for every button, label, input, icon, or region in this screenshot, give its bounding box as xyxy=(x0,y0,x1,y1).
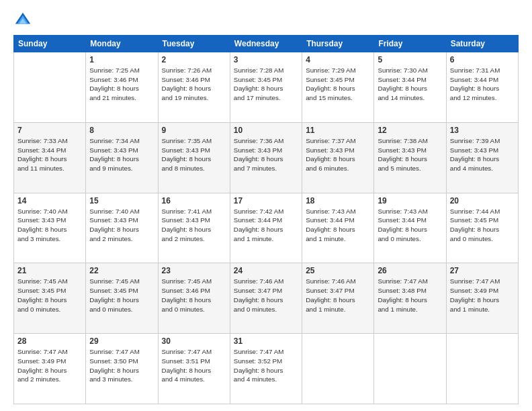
calendar-cell: 11Sunrise: 7:37 AMSunset: 3:43 PMDayligh… xyxy=(302,122,374,193)
day-info: Sunrise: 7:46 AMSunset: 3:47 PMDaylight:… xyxy=(234,277,298,314)
calendar-cell: 18Sunrise: 7:43 AMSunset: 3:44 PMDayligh… xyxy=(302,193,374,263)
calendar-week-4: 21Sunrise: 7:45 AMSunset: 3:45 PMDayligh… xyxy=(14,263,519,334)
day-info: Sunrise: 7:41 AMSunset: 3:43 PMDaylight:… xyxy=(162,207,226,244)
day-number: 11 xyxy=(306,126,370,135)
day-info: Sunrise: 7:38 AMSunset: 3:43 PMDaylight:… xyxy=(378,136,442,173)
day-info: Sunrise: 7:25 AMSunset: 3:46 PMDaylight:… xyxy=(89,66,154,103)
calendar-cell: 12Sunrise: 7:38 AMSunset: 3:43 PMDayligh… xyxy=(374,122,446,193)
day-info: Sunrise: 7:47 AMSunset: 3:49 PMDaylight:… xyxy=(450,277,515,314)
day-info: Sunrise: 7:47 AMSunset: 3:49 PMDaylight:… xyxy=(17,347,82,384)
calendar-week-3: 14Sunrise: 7:40 AMSunset: 3:43 PMDayligh… xyxy=(14,193,519,263)
calendar-cell: 16Sunrise: 7:41 AMSunset: 3:43 PMDayligh… xyxy=(158,193,230,263)
day-number: 20 xyxy=(450,196,515,205)
calendar-cell: 26Sunrise: 7:47 AMSunset: 3:48 PMDayligh… xyxy=(374,263,446,334)
calendar-cell: 29Sunrise: 7:47 AMSunset: 3:50 PMDayligh… xyxy=(86,334,158,404)
calendar-cell: 4Sunrise: 7:29 AMSunset: 3:45 PMDaylight… xyxy=(302,52,374,123)
calendar-cell xyxy=(14,52,86,123)
day-info: Sunrise: 7:45 AMSunset: 3:46 PMDaylight:… xyxy=(162,277,226,314)
calendar-cell xyxy=(302,334,374,404)
calendar-cell: 3Sunrise: 7:28 AMSunset: 3:45 PMDaylight… xyxy=(230,52,302,123)
calendar-cell: 27Sunrise: 7:47 AMSunset: 3:49 PMDayligh… xyxy=(446,263,518,334)
day-number: 16 xyxy=(162,196,226,205)
calendar-cell: 31Sunrise: 7:47 AMSunset: 3:52 PMDayligh… xyxy=(230,334,302,404)
day-number: 7 xyxy=(17,126,82,135)
day-header-tuesday: Tuesday xyxy=(158,36,230,52)
day-number: 27 xyxy=(450,266,515,275)
calendar-cell: 20Sunrise: 7:44 AMSunset: 3:45 PMDayligh… xyxy=(446,193,518,263)
calendar-cell: 5Sunrise: 7:30 AMSunset: 3:44 PMDaylight… xyxy=(374,52,446,123)
calendar-cell: 25Sunrise: 7:46 AMSunset: 3:47 PMDayligh… xyxy=(302,263,374,334)
day-header-monday: Monday xyxy=(86,36,158,52)
day-number: 29 xyxy=(89,336,154,346)
day-number: 4 xyxy=(306,55,370,64)
calendar-cell: 19Sunrise: 7:43 AMSunset: 3:44 PMDayligh… xyxy=(374,193,446,263)
calendar-cell: 10Sunrise: 7:36 AMSunset: 3:43 PMDayligh… xyxy=(230,122,302,193)
day-number: 18 xyxy=(306,196,370,205)
day-number: 14 xyxy=(17,196,82,205)
calendar-cell: 21Sunrise: 7:45 AMSunset: 3:45 PMDayligh… xyxy=(14,263,86,334)
day-info: Sunrise: 7:31 AMSunset: 3:44 PMDaylight:… xyxy=(450,66,515,103)
day-number: 28 xyxy=(17,336,82,346)
calendar-header-row: SundayMondayTuesdayWednesdayThursdayFrid… xyxy=(14,36,519,52)
day-info: Sunrise: 7:39 AMSunset: 3:43 PMDaylight:… xyxy=(450,136,515,173)
day-info: Sunrise: 7:45 AMSunset: 3:45 PMDaylight:… xyxy=(17,277,82,314)
day-info: Sunrise: 7:44 AMSunset: 3:45 PMDaylight:… xyxy=(450,207,515,244)
day-info: Sunrise: 7:28 AMSunset: 3:45 PMDaylight:… xyxy=(234,66,298,103)
day-info: Sunrise: 7:43 AMSunset: 3:44 PMDaylight:… xyxy=(306,207,370,244)
day-header-thursday: Thursday xyxy=(302,36,374,52)
day-number: 23 xyxy=(162,266,226,275)
day-number: 1 xyxy=(89,55,154,64)
calendar-week-2: 7Sunrise: 7:33 AMSunset: 3:44 PMDaylight… xyxy=(14,122,519,193)
day-info: Sunrise: 7:42 AMSunset: 3:44 PMDaylight:… xyxy=(234,207,298,244)
calendar-cell: 28Sunrise: 7:47 AMSunset: 3:49 PMDayligh… xyxy=(14,334,86,404)
day-info: Sunrise: 7:45 AMSunset: 3:45 PMDaylight:… xyxy=(89,277,154,314)
day-number: 31 xyxy=(234,336,298,346)
day-number: 26 xyxy=(378,266,442,275)
day-number: 9 xyxy=(162,126,226,135)
calendar-cell: 8Sunrise: 7:34 AMSunset: 3:43 PMDaylight… xyxy=(86,122,158,193)
day-number: 3 xyxy=(234,55,298,64)
day-number: 2 xyxy=(162,55,226,64)
calendar-week-1: 1Sunrise: 7:25 AMSunset: 3:46 PMDaylight… xyxy=(14,52,519,123)
calendar-cell xyxy=(374,334,446,404)
calendar-cell: 9Sunrise: 7:35 AMSunset: 3:43 PMDaylight… xyxy=(158,122,230,193)
day-info: Sunrise: 7:26 AMSunset: 3:46 PMDaylight:… xyxy=(162,66,226,103)
day-number: 25 xyxy=(306,266,370,275)
day-header-friday: Friday xyxy=(374,36,446,52)
day-number: 17 xyxy=(234,196,298,205)
day-info: Sunrise: 7:43 AMSunset: 3:44 PMDaylight:… xyxy=(378,207,442,244)
calendar-cell: 22Sunrise: 7:45 AMSunset: 3:45 PMDayligh… xyxy=(86,263,158,334)
day-number: 13 xyxy=(450,126,515,135)
logo-icon xyxy=(13,11,32,30)
day-info: Sunrise: 7:29 AMSunset: 3:45 PMDaylight:… xyxy=(306,66,370,103)
calendar-cell: 7Sunrise: 7:33 AMSunset: 3:44 PMDaylight… xyxy=(14,122,86,193)
calendar-cell: 6Sunrise: 7:31 AMSunset: 3:44 PMDaylight… xyxy=(446,52,518,123)
day-number: 21 xyxy=(17,266,82,275)
day-number: 19 xyxy=(378,196,442,205)
calendar-cell: 17Sunrise: 7:42 AMSunset: 3:44 PMDayligh… xyxy=(230,193,302,263)
day-number: 12 xyxy=(378,126,442,135)
day-header-sunday: Sunday xyxy=(14,36,86,52)
calendar-cell: 13Sunrise: 7:39 AMSunset: 3:43 PMDayligh… xyxy=(446,122,518,193)
day-number: 10 xyxy=(234,126,298,135)
day-number: 6 xyxy=(450,55,515,64)
day-number: 5 xyxy=(378,55,442,64)
day-info: Sunrise: 7:36 AMSunset: 3:43 PMDaylight:… xyxy=(234,136,298,173)
calendar-cell: 30Sunrise: 7:47 AMSunset: 3:51 PMDayligh… xyxy=(158,334,230,404)
day-info: Sunrise: 7:35 AMSunset: 3:43 PMDaylight:… xyxy=(162,136,226,173)
calendar-cell: 14Sunrise: 7:40 AMSunset: 3:43 PMDayligh… xyxy=(14,193,86,263)
calendar-cell: 15Sunrise: 7:40 AMSunset: 3:43 PMDayligh… xyxy=(86,193,158,263)
page: SundayMondayTuesdayWednesdayThursdayFrid… xyxy=(0,0,532,411)
day-info: Sunrise: 7:46 AMSunset: 3:47 PMDaylight:… xyxy=(306,277,370,314)
day-number: 24 xyxy=(234,266,298,275)
day-header-saturday: Saturday xyxy=(446,36,518,52)
header xyxy=(13,11,519,30)
day-info: Sunrise: 7:47 AMSunset: 3:52 PMDaylight:… xyxy=(234,347,298,384)
calendar-cell: 1Sunrise: 7:25 AMSunset: 3:46 PMDaylight… xyxy=(86,52,158,123)
day-info: Sunrise: 7:40 AMSunset: 3:43 PMDaylight:… xyxy=(17,207,82,244)
day-info: Sunrise: 7:30 AMSunset: 3:44 PMDaylight:… xyxy=(378,66,442,103)
day-number: 15 xyxy=(89,196,154,205)
calendar-cell: 24Sunrise: 7:46 AMSunset: 3:47 PMDayligh… xyxy=(230,263,302,334)
calendar-cell: 2Sunrise: 7:26 AMSunset: 3:46 PMDaylight… xyxy=(158,52,230,123)
day-info: Sunrise: 7:37 AMSunset: 3:43 PMDaylight:… xyxy=(306,136,370,173)
